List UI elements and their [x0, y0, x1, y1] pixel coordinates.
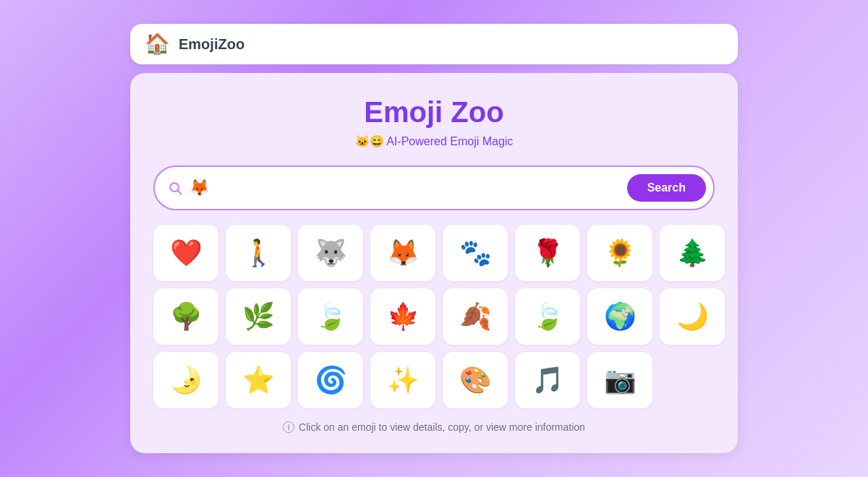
emoji-cell[interactable]: 🌿	[226, 288, 291, 345]
emoji-cell[interactable]: 🐾	[443, 225, 508, 281]
search-bar: 🦊 Search	[153, 166, 715, 210]
emoji-cell[interactable]: 🐺	[298, 225, 363, 281]
emoji-cell[interactable]: 🦊	[370, 225, 435, 281]
emoji-cell[interactable]: 🌀	[298, 352, 363, 408]
emoji-cell[interactable]: 🍃	[515, 288, 580, 345]
emoji-cell[interactable]: ❤️	[153, 225, 218, 281]
main-card: Emoji Zoo 🐱😄 AI-Powered Emoji Magic 🦊 Se…	[130, 73, 738, 453]
info-icon: i	[283, 421, 294, 433]
emoji-cell[interactable]: 🌛	[153, 352, 218, 408]
hero-subtitle-emojis: 🐱😄	[355, 135, 384, 147]
emoji-cell[interactable]: 🌳	[153, 288, 218, 345]
hint-label: Click on an emoji to view details, copy,…	[299, 421, 585, 433]
emoji-cell[interactable]: 📷	[587, 352, 652, 408]
emoji-cell[interactable]: 🌍	[587, 288, 652, 345]
emoji-cell[interactable]: 🍃	[298, 288, 363, 345]
emoji-cell[interactable]: 🌻	[587, 225, 652, 281]
emoji-cell[interactable]: 🍁	[370, 288, 435, 345]
emoji-cell[interactable]: ✨	[370, 352, 435, 408]
emoji-cell[interactable]: 🍂	[443, 288, 508, 345]
nav-title: EmojiZoo	[179, 36, 244, 53]
svg-line-1	[178, 191, 182, 194]
hero-title: Emoji Zoo	[153, 96, 715, 129]
search-input-emoji: 🦊	[190, 179, 209, 197]
emoji-cell[interactable]: 🎵	[515, 352, 580, 408]
search-input[interactable]	[216, 181, 620, 196]
emoji-cell[interactable]: 🌲	[660, 225, 725, 281]
emoji-cell[interactable]: 🌙	[660, 288, 725, 345]
search-button[interactable]: Search	[627, 174, 706, 202]
emoji-cell[interactable]: 🚶	[226, 225, 291, 281]
emoji-grid: ❤️🚶🐺🦊🐾🌹🌻🌲🌳🌿🍃🍁🍂🍃🌍🌙🌛⭐🌀✨🎨🎵📷	[153, 225, 715, 408]
nav-bar: 🏠 EmojiZoo	[130, 24, 738, 64]
nav-logo-icon: 🏠	[145, 34, 170, 54]
hero-subtitle-label: AI-Powered Emoji Magic	[386, 135, 513, 147]
emoji-cell[interactable]: 🌹	[515, 225, 580, 281]
search-icon	[168, 181, 182, 195]
emoji-cell[interactable]: 🎨	[443, 352, 508, 408]
emoji-cell[interactable]: ⭐	[226, 352, 291, 408]
hero-subtitle: 🐱😄 AI-Powered Emoji Magic	[153, 134, 715, 148]
hint-text: i Click on an emoji to view details, cop…	[153, 421, 715, 433]
